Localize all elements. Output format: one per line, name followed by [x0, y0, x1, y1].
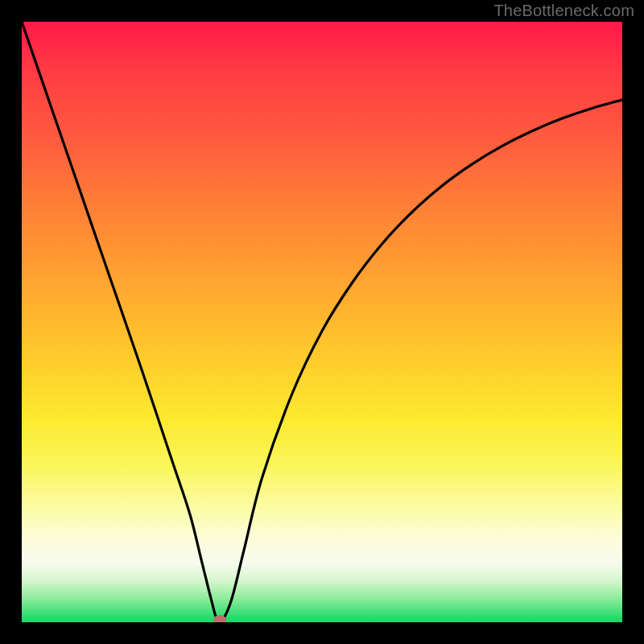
chart-frame: TheBottleneck.com [0, 0, 644, 644]
curve-svg [22, 22, 622, 622]
optimum-marker [213, 615, 226, 622]
watermark-text: TheBottleneck.com [493, 2, 634, 20]
plot-area [22, 22, 622, 622]
bottleneck-curve [22, 22, 622, 622]
